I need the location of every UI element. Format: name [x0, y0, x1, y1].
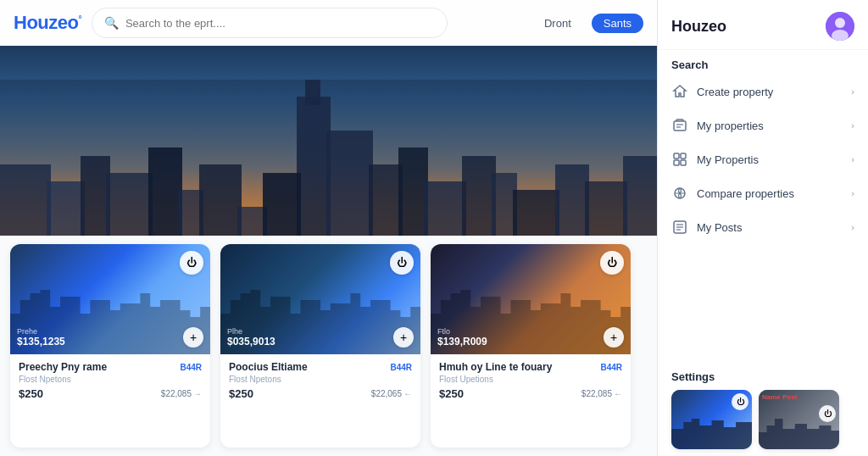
card-secondary-price-1: $22,085 →: [161, 389, 202, 398]
card-add-btn-1[interactable]: +: [183, 327, 203, 348]
search-bar[interactable]: 🔍: [92, 8, 448, 38]
preview-label-2: Name Post: [762, 393, 797, 401]
nav-link-sants[interactable]: Sants: [592, 14, 643, 33]
compare-properties-icon: [671, 185, 688, 202]
sidebar-item-create-property[interactable]: Create property ›: [658, 75, 868, 108]
card-main-price-2: $250: [229, 387, 253, 400]
card-price-overlay-3: Ftlo $139,R009: [437, 327, 487, 348]
card-subtitle-2: Flost Npetons: [229, 375, 412, 384]
card-title-1: Preechy Pny rame: [19, 361, 107, 373]
card-fav-btn-3[interactable]: ⏻: [600, 251, 624, 275]
card-main-price-3: $250: [439, 387, 464, 400]
my-posts-icon: [671, 219, 688, 236]
sidebar-item-compare-properties[interactable]: Compare properties ›: [658, 176, 868, 210]
my-propertis-icon: [671, 151, 688, 168]
svg-rect-32: [681, 160, 686, 165]
create-property-chevron: ›: [851, 86, 854, 97]
card-secondary-price-3: $22,085 ←: [581, 389, 622, 398]
compare-properties-label: Compare properties: [697, 187, 794, 200]
arrow-icon-3: ←: [614, 389, 622, 398]
card-secondary-price-2: $22,065 ←: [371, 389, 412, 398]
sidebar-header: Houzeo: [658, 0, 868, 50]
my-posts-label: My Posts: [697, 221, 742, 234]
arrow-icon-2: ←: [403, 389, 412, 398]
card-image-2: ⏻ + Plhe $035,9013: [220, 244, 420, 354]
logo-superscript: °: [78, 14, 81, 24]
card-title-3: Hmuh oy Line te fouary: [439, 361, 552, 373]
sidebar-item-my-posts[interactable]: My Posts ›: [658, 210, 868, 244]
avatar-image: [826, 12, 854, 41]
logo-text: Houzeo: [14, 12, 78, 33]
cards-section: ⏻ + Prehe $135,1235 Preechy Pny rame B44…: [0, 236, 657, 456]
sidebar-search-label: Search: [658, 50, 868, 75]
my-properties-icon: [671, 117, 688, 134]
svg-rect-31: [674, 160, 679, 165]
card-body-2: Poocius Eltiame B44R Flost Npetons $250 …: [220, 354, 420, 448]
card-main-price-1: $250: [19, 387, 43, 400]
nav-links: Dront Sants: [537, 14, 643, 33]
card-image-1: ⏻ + Prehe $135,1235: [10, 244, 210, 354]
property-card-3: ⏻ + Ftlo $139,R009 Hmuh oy Line te fouar…: [431, 244, 631, 448]
card-body-1: Preechy Pny rame B44R Flost Npetons $250…: [10, 354, 210, 448]
svg-rect-30: [681, 153, 686, 158]
search-input[interactable]: [125, 17, 435, 30]
sidebar-settings-section: Settings ⏻ Name Post ⏻: [658, 364, 868, 456]
my-propertis-chevron: ›: [851, 154, 854, 164]
arrow-icon-1: →: [193, 389, 202, 398]
card-fav-btn-1[interactable]: ⏻: [180, 251, 203, 275]
card-badge-3: B44R: [600, 363, 622, 372]
logo: Houzeo°: [14, 12, 81, 34]
card-price-overlay-2: Plhe $035,9013: [227, 327, 275, 348]
preview-card-2[interactable]: Name Post ⏻: [759, 390, 839, 449]
svg-rect-29: [674, 153, 679, 158]
card-price-overlay-1: Prehe $135,1235: [17, 327, 65, 348]
my-properties-chevron: ›: [851, 120, 854, 131]
svg-rect-2: [305, 80, 320, 105]
svg-point-24: [835, 18, 845, 28]
avatar[interactable]: [826, 12, 854, 41]
svg-rect-26: [674, 121, 686, 131]
sidebar-item-my-propertis[interactable]: My Propertis ›: [658, 142, 868, 176]
my-properties-label: My properties: [697, 120, 764, 132]
preview-fav-2[interactable]: ⏻: [819, 405, 836, 422]
property-card: ⏻ + Prehe $135,1235 Preechy Pny rame B44…: [10, 244, 210, 448]
card-badge-2: B44R: [390, 363, 412, 372]
sidebar: Houzeo Search Create property ›: [657, 0, 868, 456]
compare-properties-chevron: ›: [851, 188, 854, 198]
create-property-icon: [671, 83, 688, 100]
my-propertis-label: My Propertis: [697, 153, 759, 166]
preview-fav-1[interactable]: ⏻: [732, 393, 748, 410]
card-add-btn-2[interactable]: +: [393, 327, 414, 348]
sidebar-item-my-properties[interactable]: My properties ›: [658, 108, 868, 142]
main-area: Houzeo° 🔍 Dront Sants: [0, 0, 657, 456]
top-bar: Houzeo° 🔍 Dront Sants: [0, 0, 657, 46]
preview-cards: ⏻ Name Post ⏻: [671, 390, 854, 449]
card-body-3: Hmuh oy Line te fouary B44R Flost Upetio…: [431, 354, 631, 448]
card-badge-1: B44R: [180, 363, 202, 372]
card-subtitle-1: Flost Npetons: [19, 375, 202, 384]
card-fav-btn-2[interactable]: ⏻: [390, 251, 414, 275]
card-title-2: Poocius Eltiame: [229, 361, 308, 373]
settings-label: Settings: [671, 370, 854, 383]
property-card-2: ⏻ + Plhe $035,9013 Poocius Eltiame B44R …: [220, 244, 420, 448]
card-add-btn-3[interactable]: +: [604, 327, 624, 348]
preview-card-1[interactable]: ⏻: [671, 390, 752, 449]
card-image-3: ⏻ + Ftlo $139,R009: [431, 244, 631, 354]
nav-link-dront[interactable]: Dront: [537, 14, 578, 33]
my-posts-chevron: ›: [851, 222, 854, 232]
card-subtitle-3: Flost Upetions: [439, 375, 622, 384]
search-icon: 🔍: [104, 16, 119, 30]
create-property-label: Create property: [697, 86, 773, 98]
sidebar-logo: Houzeo: [671, 18, 726, 36]
